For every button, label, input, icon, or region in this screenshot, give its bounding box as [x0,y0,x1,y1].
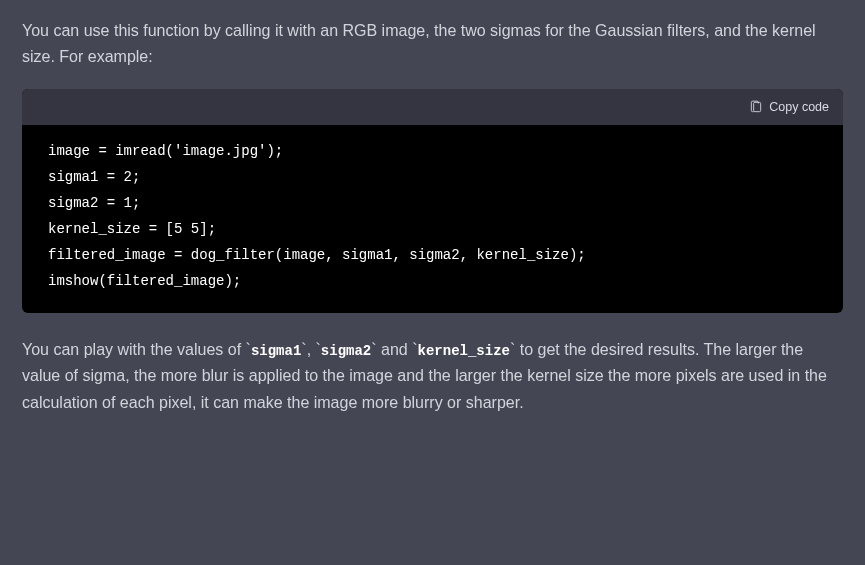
inline-code-sigma1: sigma1 [251,343,301,359]
inline-code-kernel-size: kernel_size [418,343,510,359]
clipboard-icon [749,100,763,114]
inline-code-sigma2: sigma2 [321,343,371,359]
outro-sep-1: , [307,341,316,358]
code-block-header: Copy code [22,89,843,126]
intro-paragraph: You can use this function by calling it … [22,18,843,71]
outro-paragraph: You can play with the values of `sigma1`… [22,337,843,416]
svg-rect-0 [754,102,761,111]
copy-code-label: Copy code [769,97,829,118]
outro-sep-2: and [377,341,413,358]
code-block: Copy code image = imread('image.jpg'); s… [22,89,843,313]
outro-text-1: You can play with the values of [22,341,246,358]
copy-code-button[interactable]: Copy code [749,97,829,118]
code-body[interactable]: image = imread('image.jpg'); sigma1 = 2;… [22,125,843,312]
